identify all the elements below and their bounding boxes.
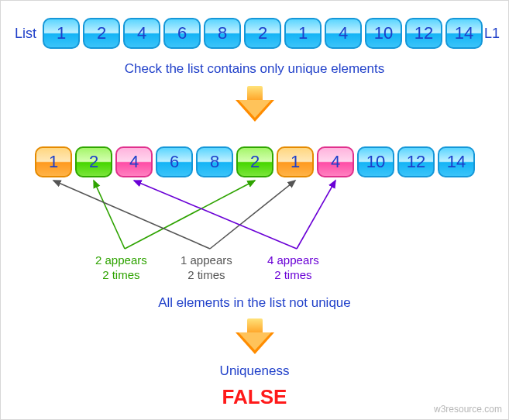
- svg-line-3: [210, 181, 295, 249]
- note-purple: 4 appears 2 times: [267, 253, 319, 283]
- caption-uniqueness: Uniqueness: [1, 363, 508, 379]
- list-label-left: List: [15, 26, 36, 42]
- list-cell: 14: [438, 146, 475, 177]
- watermark: w3resource.com: [434, 404, 502, 415]
- svg-line-0: [94, 181, 125, 249]
- svg-line-4: [134, 181, 297, 249]
- list-row-1: 1 2 4 6 8 2 1 4 10 12 14: [41, 18, 484, 49]
- list-cell: 1: [284, 18, 322, 49]
- note-gray: 1 appears 2 times: [181, 253, 232, 283]
- list-cell: 8: [196, 146, 233, 177]
- arrow-down-icon: [236, 86, 274, 125]
- list-cell: 14: [445, 18, 483, 49]
- list-cell: 10: [357, 146, 394, 177]
- list-cell: 12: [405, 18, 442, 49]
- svg-line-1: [125, 181, 255, 249]
- caption-check: Check the list contains only unique elem…: [1, 61, 508, 77]
- list-cell: 6: [163, 18, 201, 49]
- arrow-down-icon: [236, 318, 274, 357]
- list-label-right: L1: [484, 26, 500, 42]
- list-cell-dup: 2: [236, 146, 273, 177]
- result-label: FALSE: [1, 385, 508, 409]
- list-cell-dup: 2: [75, 146, 112, 177]
- caption-not-unique: All elements in the list not unique: [1, 295, 508, 311]
- svg-line-5: [297, 181, 335, 249]
- list-cell: 10: [365, 18, 402, 49]
- list-row-2: 1 2 4 6 8 2 1 4 10 12 14: [33, 146, 476, 177]
- list-cell-dup: 1: [35, 146, 72, 177]
- list-cell: 2: [244, 18, 281, 49]
- list-cell: 1: [43, 18, 80, 49]
- list-cell: 12: [397, 146, 435, 177]
- list-cell-dup: 1: [277, 146, 314, 177]
- note-green: 2 appears 2 times: [95, 253, 147, 283]
- svg-line-2: [53, 181, 210, 249]
- list-cell: 4: [325, 18, 362, 49]
- list-cell: 2: [83, 18, 120, 49]
- list-cell-dup: 4: [115, 146, 153, 177]
- list-cell: 4: [123, 18, 160, 49]
- list-cell: 8: [204, 18, 241, 49]
- list-cell: 6: [156, 146, 193, 177]
- list-cell-dup: 4: [317, 146, 354, 177]
- diagram-canvas: List L1 1 2 4 6 8 2 1 4 10 12 14 Check t…: [0, 0, 509, 420]
